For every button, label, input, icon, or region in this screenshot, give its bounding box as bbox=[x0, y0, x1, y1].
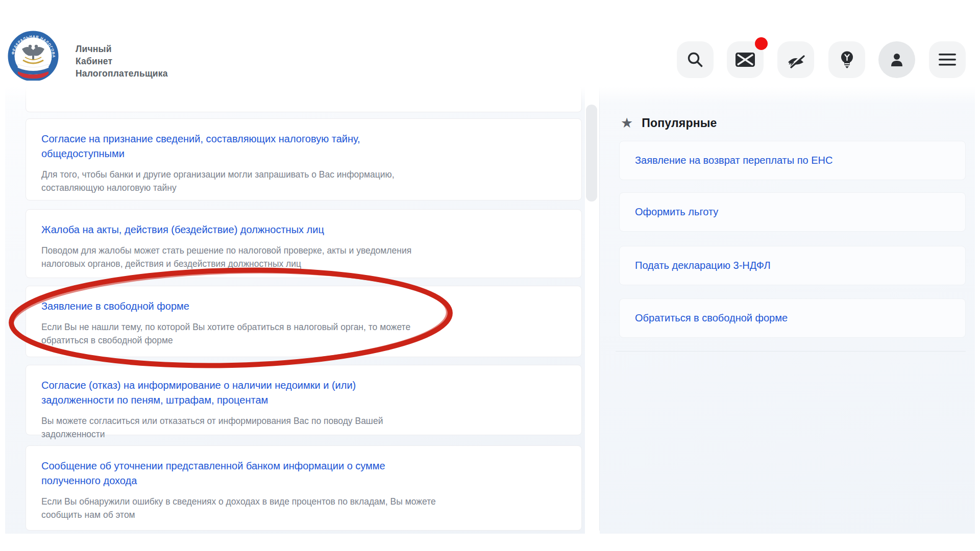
fns-logo[interactable]: ФЕДЕРАЛЬНАЯ НАЛОГОВАЯ СЛУЖБА bbox=[8, 31, 59, 84]
topic-link[interactable]: Жалоба на акты, действия (бездействие) д… bbox=[41, 222, 419, 237]
person-icon bbox=[890, 53, 903, 67]
topic-description: Если Вы не нашли тему, по которой Вы хот… bbox=[41, 320, 437, 347]
topic-card[interactable]: Сообщение об уточнении представленной ба… bbox=[26, 445, 582, 531]
brand-line: Налогоплательщика bbox=[76, 67, 168, 80]
hamburger-menu-icon bbox=[939, 54, 956, 66]
popular-item[interactable]: Подать декларацию 3-НДФЛ bbox=[619, 246, 966, 285]
mail-icon bbox=[736, 53, 755, 67]
eye-off-icon bbox=[786, 51, 805, 69]
popular-item[interactable]: Оформить льготу bbox=[619, 192, 966, 232]
brand-line: Кабинет bbox=[76, 55, 168, 67]
brand-line: Личный bbox=[76, 43, 168, 55]
profile-button[interactable] bbox=[878, 41, 915, 78]
brand-title: Личный Кабинет Налогоплательщика bbox=[76, 43, 168, 80]
popular-item[interactable]: Заявление на возврат переплаты по ЕНС bbox=[619, 141, 966, 180]
popular-link[interactable]: Обратиться в свободной форме bbox=[635, 312, 788, 324]
topic-link[interactable]: Сообщение об уточнении представленной ба… bbox=[41, 459, 419, 488]
topic-link[interactable]: Согласие (отказ) на информирование о нал… bbox=[41, 378, 419, 408]
tips-button[interactable] bbox=[828, 41, 865, 78]
popular-link[interactable]: Заявление на возврат переплаты по ЕНС bbox=[635, 155, 832, 166]
search-icon bbox=[687, 51, 704, 68]
header-fade bbox=[0, 81, 980, 104]
popular-item[interactable]: Обратиться в свободной форме bbox=[619, 298, 966, 338]
popular-title: Популярные bbox=[642, 116, 717, 130]
scrollbar-thumb[interactable] bbox=[586, 105, 597, 202]
topic-card[interactable]: Жалоба на акты, действия (бездействие) д… bbox=[26, 209, 582, 278]
topic-link[interactable]: Согласие на признание сведений, составля… bbox=[41, 132, 419, 161]
star-icon: ★ bbox=[621, 115, 633, 131]
popular-link[interactable]: Подать декларацию 3-НДФЛ bbox=[635, 260, 771, 271]
topic-card[interactable]: Согласие (отказ) на информирование о нал… bbox=[26, 365, 582, 435]
lightbulb-icon bbox=[840, 51, 854, 69]
notification-badge bbox=[755, 37, 768, 50]
popular-header: ★ Популярные bbox=[621, 115, 717, 131]
hide-amounts-button[interactable] bbox=[777, 41, 814, 78]
topic-card[interactable]: Согласие на признание сведений, составля… bbox=[26, 118, 582, 201]
topic-description: Вы можете согласиться или отказаться от … bbox=[41, 414, 437, 441]
search-button[interactable] bbox=[677, 41, 714, 78]
header: ФЕДЕРАЛЬНАЯ НАЛОГОВАЯ СЛУЖБА Личн bbox=[0, 0, 980, 82]
topic-link[interactable]: Заявление в свободной форме bbox=[41, 299, 419, 314]
topic-description: Для того, чтобы банки и другие организац… bbox=[41, 168, 437, 194]
panel-divider bbox=[599, 87, 600, 531]
popular-link[interactable]: Оформить льготу bbox=[635, 206, 718, 218]
topic-description: Если Вы обнаружили ошибку в сведениях о … bbox=[41, 495, 437, 521]
taxpayer-cabinet-page: Согласие на признание сведений, составля… bbox=[0, 0, 980, 551]
topic-description: Поводом для жалобы может стать решение п… bbox=[41, 244, 437, 270]
main-menu-button[interactable] bbox=[929, 41, 966, 78]
topic-card-free-form[interactable]: Заявление в свободной форме Если Вы не н… bbox=[26, 286, 582, 357]
popular-section-divider bbox=[616, 351, 966, 352]
